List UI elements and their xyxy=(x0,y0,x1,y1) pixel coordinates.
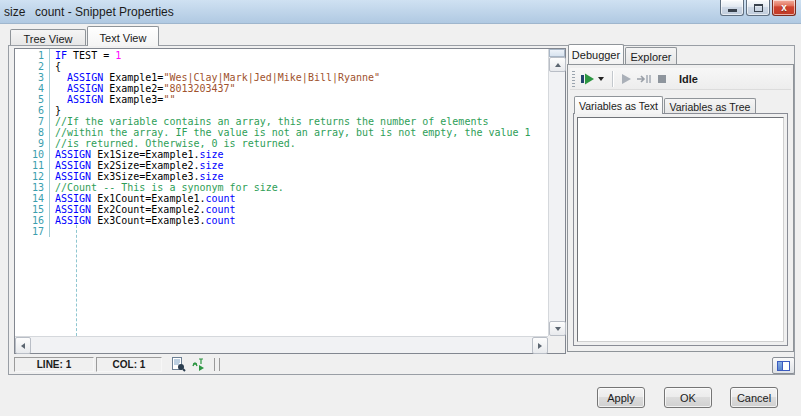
tab-variables-as-tree[interactable]: Variables as Tree xyxy=(664,98,756,114)
syntax-check-icon[interactable] xyxy=(190,357,206,372)
code-line: 10ASSIGN Ex1Size=Example1.size xyxy=(15,149,548,160)
gutter-separator xyxy=(49,49,50,237)
line-number: 4 xyxy=(15,83,47,94)
minimize-button[interactable] xyxy=(720,0,744,16)
cancel-button[interactable]: Cancel xyxy=(730,387,778,408)
title-bar: size count - Snippet Properties x xyxy=(0,0,801,24)
text-view-page: 1IF TEST = 12{3 ASSIGN Example1="Wes|Cla… xyxy=(8,45,795,375)
vertical-scrollbar[interactable] xyxy=(548,49,565,336)
line-text: IF TEST = 1 xyxy=(55,50,121,61)
code-line: 6} xyxy=(15,105,548,116)
debugger-panel: Idle Variables as Text Variables as Tree xyxy=(567,64,794,352)
line-number: 3 xyxy=(15,72,47,83)
scrollbar-corner xyxy=(548,336,565,353)
line-number: 14 xyxy=(15,193,47,204)
tab-text-view-label: Text View xyxy=(100,32,147,44)
status-bar-tools xyxy=(170,357,220,372)
line-indicator: LINE: 1 xyxy=(14,357,94,372)
line-text: } xyxy=(55,105,61,116)
tab-explorer[interactable]: Explorer xyxy=(625,47,677,64)
line-number: 12 xyxy=(15,171,47,182)
tab-variables-as-text[interactable]: Variables as Text xyxy=(574,96,663,114)
maximize-button[interactable] xyxy=(746,0,770,16)
stop-debug-button[interactable] xyxy=(653,70,671,88)
variables-text-area[interactable] xyxy=(577,117,784,342)
dialog-title: count - Snippet Properties xyxy=(35,5,174,19)
tab-debugger-label: Debugger xyxy=(572,49,620,61)
editor-status-bar: LINE: 1 COL: 1 xyxy=(14,356,566,373)
line-text: ASSIGN Ex3Size=Example3.size xyxy=(55,171,224,182)
arrow-up-icon xyxy=(555,63,561,67)
variables-box xyxy=(573,113,788,346)
code-line: 9//is returned. Otherwise, 0 is returned… xyxy=(15,138,548,149)
tab-debugger[interactable]: Debugger xyxy=(568,44,624,64)
horizontal-scroll-track[interactable] xyxy=(31,337,532,353)
scroll-right-button[interactable] xyxy=(532,337,548,354)
caret-column-guide xyxy=(76,225,77,336)
line-text: ASSIGN Example3="" xyxy=(55,94,175,105)
code-line: 15ASSIGN Ex2Count=Example2.count xyxy=(15,204,548,215)
validate-document-icon[interactable] xyxy=(170,357,186,372)
code-line: 13//Count -- This is a synonym for size. xyxy=(15,182,548,193)
line-number: 8 xyxy=(15,127,47,138)
maximize-icon xyxy=(754,4,763,12)
line-number: 2 xyxy=(15,61,47,72)
debugger-toolbar: Idle xyxy=(570,68,791,90)
code-line: 4 ASSIGN Example2="8013203437" xyxy=(15,83,548,94)
line-text: ASSIGN Ex1Count=Example1.count xyxy=(55,193,236,204)
ok-button[interactable]: OK xyxy=(664,387,712,408)
line-text: //Count -- This is a synonym for size. xyxy=(55,182,284,193)
status-separator xyxy=(214,358,220,371)
line-text: //If the variable contains an array, thi… xyxy=(55,116,488,127)
line-text: ASSIGN Ex2Size=Example2.size xyxy=(55,160,224,171)
line-number: 9 xyxy=(15,138,47,149)
line-text: //is returned. Otherwise, 0 is returned. xyxy=(55,138,296,149)
code-line: 12ASSIGN Ex3Size=Example3.size xyxy=(15,171,548,182)
column-indicator: COL: 1 xyxy=(96,357,162,372)
line-text: ASSIGN Ex3Count=Example3.count xyxy=(55,215,236,226)
start-debug-dropdown-icon[interactable] xyxy=(598,77,604,81)
toolbar-grip-icon xyxy=(572,71,575,87)
code-line: 11ASSIGN Ex2Size=Example2.size xyxy=(15,160,548,171)
line-number: 17 xyxy=(15,226,47,237)
line-number: 11 xyxy=(15,160,47,171)
tab-tree-view[interactable]: Tree View xyxy=(10,29,86,46)
tab-tree-view-label: Tree View xyxy=(24,33,73,45)
horizontal-scrollbar[interactable] xyxy=(15,336,548,353)
vertical-scroll-track[interactable] xyxy=(549,72,565,321)
tab-explorer-label: Explorer xyxy=(631,51,672,63)
stop-icon xyxy=(658,75,666,83)
arrow-left-icon xyxy=(21,343,25,349)
line-text: ASSIGN Example2="8013203437" xyxy=(55,83,236,94)
debugger-state-label: Idle xyxy=(679,73,698,85)
start-debug-button[interactable] xyxy=(579,70,597,88)
line-number: 10 xyxy=(15,149,47,160)
arrow-down-icon xyxy=(555,327,561,331)
line-number: 15 xyxy=(15,204,47,215)
step-over-button[interactable] xyxy=(635,70,653,88)
code-line: 17 xyxy=(15,226,548,237)
tab-text-view[interactable]: Text View xyxy=(87,26,159,46)
code-editor[interactable]: 1IF TEST = 12{3 ASSIGN Example1="Wes|Cla… xyxy=(15,49,548,336)
arrow-right-icon xyxy=(538,343,542,349)
toolbar-separator xyxy=(612,71,613,87)
code-line: 7//If the variable contains an array, th… xyxy=(15,116,548,127)
scroll-up-button[interactable] xyxy=(549,57,566,72)
apply-button[interactable]: Apply xyxy=(597,387,645,408)
scroll-down-button[interactable] xyxy=(549,321,566,336)
code-line: 5 ASSIGN Example3="" xyxy=(15,94,548,105)
code-editor-frame: 1IF TEST = 12{3 ASSIGN Example1="Wes|Cla… xyxy=(14,48,566,354)
code-line: 8//within the array. IF the value is not… xyxy=(15,127,548,138)
line-number: 5 xyxy=(15,94,47,105)
code-line: 16ASSIGN Ex3Count=Example3.count xyxy=(15,215,548,226)
close-button[interactable]: x xyxy=(772,0,796,16)
background-window-title: size xyxy=(4,5,25,19)
splitter-handle[interactable] xyxy=(549,49,565,57)
line-text: { xyxy=(55,61,61,72)
continue-button[interactable] xyxy=(617,70,635,88)
line-text: ASSIGN Example1="Wes|Clay|Mark|Jed|Mike|… xyxy=(55,72,380,83)
panel-layout-toggle-button[interactable] xyxy=(772,357,795,374)
split-panel-icon xyxy=(777,361,790,371)
code-line: 1IF TEST = 1 xyxy=(15,50,548,61)
scroll-left-button[interactable] xyxy=(15,337,31,354)
